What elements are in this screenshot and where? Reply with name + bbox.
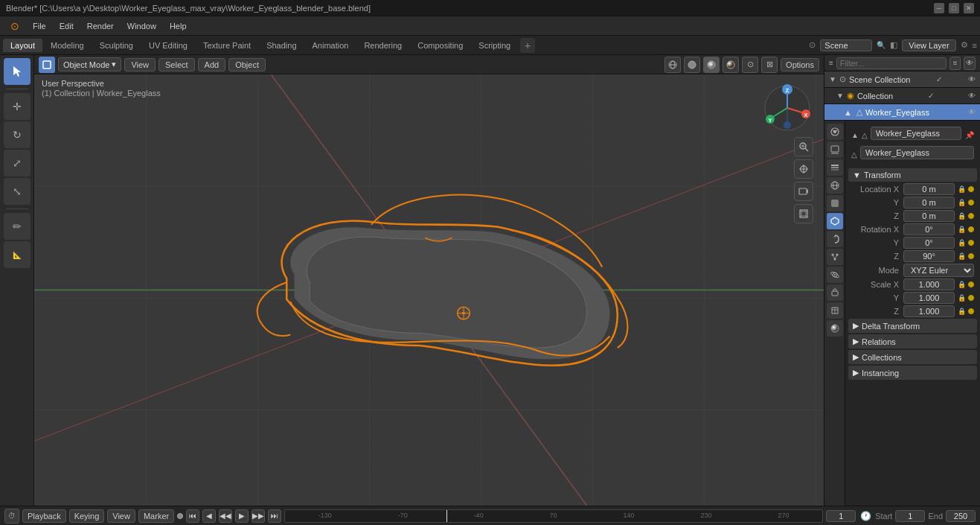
xray-toggle-button[interactable]: ⊠ bbox=[761, 57, 778, 73]
menu-blender[interactable]: ⊙ bbox=[4, 19, 25, 34]
timeline-track[interactable]: -130 -70 -40 70 140 230 270 bbox=[284, 509, 823, 523]
menu-window[interactable]: Window bbox=[121, 20, 162, 32]
collection-row[interactable]: ▼ ◉ Collection ✓ 👁 bbox=[824, 88, 980, 104]
filter-icon[interactable]: ≡ bbox=[973, 41, 977, 50]
rotation-y-keyframe-dot[interactable] bbox=[968, 240, 974, 246]
solid-shading-button[interactable] bbox=[684, 57, 700, 73]
delta-transform-header[interactable]: ▶ Delta Transform bbox=[848, 319, 977, 333]
rotation-mode-dropdown[interactable]: XYZ Euler XZY Euler YXZ Euler Quaternion… bbox=[903, 264, 974, 277]
tab-uv-editing[interactable]: UV Editing bbox=[141, 39, 195, 52]
location-y-lock-icon[interactable]: 🔒 bbox=[956, 197, 967, 208]
location-z-value[interactable]: 0 m bbox=[903, 210, 955, 222]
rotation-x-lock-icon[interactable]: 🔒 bbox=[956, 224, 967, 235]
move-tool-button[interactable]: ✛ bbox=[4, 93, 31, 120]
world-props-tab[interactable] bbox=[827, 195, 843, 211]
physics-props-tab[interactable] bbox=[827, 267, 843, 283]
location-y-keyframe-dot[interactable] bbox=[968, 200, 974, 206]
transform-tool-button[interactable]: ⤡ bbox=[4, 178, 31, 205]
toggle-perspective-button[interactable] bbox=[794, 204, 813, 223]
annotate-tool-button[interactable]: ✏ bbox=[4, 213, 31, 240]
worker-eyeglass-row[interactable]: ▲ △ Worker_Eyeglass 👁 bbox=[824, 104, 980, 121]
viewport-gizmo[interactable]: Z X Y bbox=[761, 82, 813, 134]
select-tool-button[interactable] bbox=[4, 58, 31, 85]
location-z-lock-icon[interactable]: 🔒 bbox=[956, 211, 967, 221]
tab-modeling[interactable]: Modeling bbox=[43, 39, 92, 52]
location-x-lock-icon[interactable]: 🔒 bbox=[956, 184, 967, 194]
object-props-tab[interactable] bbox=[827, 213, 843, 229]
tab-shading[interactable]: Shading bbox=[259, 39, 304, 52]
scale-x-keyframe-dot[interactable] bbox=[968, 281, 974, 287]
scene-collection-vis-button[interactable]: ✓ bbox=[936, 75, 942, 83]
view-menu-button[interactable]: View bbox=[124, 58, 156, 71]
instancing-header[interactable]: ▶ Instancing bbox=[848, 366, 977, 380]
camera-view-button[interactable] bbox=[794, 182, 813, 201]
step-back-button[interactable]: ◀ bbox=[202, 509, 216, 523]
tab-sculpting[interactable]: Sculpting bbox=[92, 39, 141, 52]
add-workspace-button[interactable]: + bbox=[520, 38, 535, 53]
view-layer-settings-icon[interactable]: ⚙ bbox=[961, 40, 968, 50]
location-x-keyframe-dot[interactable] bbox=[968, 186, 974, 192]
rotation-z-value[interactable]: 90° bbox=[903, 250, 955, 262]
record-button[interactable] bbox=[177, 513, 183, 519]
scene-props-tab[interactable] bbox=[827, 177, 843, 194]
scale-z-value[interactable]: 1.000 bbox=[903, 305, 955, 317]
tab-animation[interactable]: Animation bbox=[305, 39, 356, 52]
minimize-button[interactable]: ─ bbox=[934, 3, 944, 13]
play-reverse-button[interactable]: ◀◀ bbox=[219, 509, 232, 523]
step-forward-button[interactable]: ▶▶ bbox=[252, 509, 265, 523]
scale-y-lock-icon[interactable]: 🔒 bbox=[956, 293, 967, 303]
scale-z-keyframe-dot[interactable] bbox=[968, 308, 974, 314]
3d-viewport[interactable]: Object Mode ▾ View Select Add Object bbox=[34, 55, 824, 506]
scale-x-lock-icon[interactable]: 🔒 bbox=[956, 279, 967, 290]
outliner-filter-button[interactable]: ≡ bbox=[949, 57, 961, 70]
view-layer-button[interactable]: View Layer bbox=[902, 39, 955, 51]
location-x-value[interactable]: 0 m bbox=[903, 183, 955, 195]
end-frame-input[interactable] bbox=[946, 510, 976, 522]
maximize-button[interactable]: □ bbox=[949, 3, 959, 13]
object-eye-button[interactable]: 👁 bbox=[968, 108, 976, 116]
close-button[interactable]: ✕ bbox=[964, 3, 974, 13]
start-frame-input[interactable] bbox=[895, 510, 925, 522]
pin-button[interactable]: 📌 bbox=[964, 128, 974, 141]
playback-menu-button[interactable]: Playback bbox=[22, 509, 66, 523]
pan-button[interactable] bbox=[794, 159, 813, 179]
search-icon[interactable]: 🔍 bbox=[877, 41, 885, 49]
scale-y-keyframe-dot[interactable] bbox=[968, 295, 974, 301]
collections-header[interactable]: ▶ Collections bbox=[848, 350, 977, 364]
rotation-y-lock-icon[interactable]: 🔒 bbox=[956, 238, 967, 248]
keying-menu-button[interactable]: Keying bbox=[69, 509, 105, 523]
jump-to-start-button[interactable]: ⏮ bbox=[186, 509, 199, 523]
view-layer-props-tab[interactable] bbox=[827, 159, 843, 176]
rotation-z-lock-icon[interactable]: 🔒 bbox=[956, 251, 967, 261]
view-menu-timeline-button[interactable]: View bbox=[107, 509, 135, 523]
play-button[interactable]: ▶ bbox=[235, 509, 249, 523]
rotation-z-keyframe-dot[interactable] bbox=[968, 253, 974, 259]
menu-help[interactable]: Help bbox=[164, 20, 193, 32]
current-frame-input[interactable] bbox=[826, 510, 856, 522]
menu-edit[interactable]: Edit bbox=[54, 20, 80, 32]
wireframe-shading-button[interactable] bbox=[664, 57, 681, 73]
rotation-x-keyframe-dot[interactable] bbox=[968, 226, 974, 232]
material-props-tab[interactable] bbox=[827, 320, 843, 337]
scene-collection-row[interactable]: ▼ ⊙ Scene Collection ✓ 👁 bbox=[824, 71, 980, 88]
particles-props-tab[interactable] bbox=[827, 249, 843, 265]
menu-file[interactable]: File bbox=[27, 20, 52, 32]
timeline-type-icon[interactable]: ⏱ bbox=[4, 509, 19, 524]
outliner-eye-button[interactable]: 👁 bbox=[964, 57, 976, 70]
rendered-shading-button[interactable] bbox=[723, 57, 739, 73]
tab-layout[interactable]: Layout bbox=[3, 39, 42, 52]
jump-to-end-button[interactable]: ⏭ bbox=[268, 509, 281, 523]
location-z-keyframe-dot[interactable] bbox=[968, 213, 974, 219]
scene-collection-eye-button[interactable]: 👁 bbox=[968, 75, 976, 83]
location-y-value[interactable]: 0 m bbox=[903, 197, 955, 209]
rotate-tool-button[interactable]: ↻ bbox=[4, 121, 31, 148]
constraints-props-tab[interactable] bbox=[827, 284, 843, 301]
scale-z-lock-icon[interactable]: 🔒 bbox=[956, 306, 967, 316]
rotation-x-value[interactable]: 0° bbox=[903, 223, 955, 235]
data-name-input[interactable] bbox=[860, 146, 974, 159]
scale-x-value[interactable]: 1.000 bbox=[903, 279, 955, 290]
tab-texture-paint[interactable]: Texture Paint bbox=[196, 39, 258, 52]
object-mode-dropdown[interactable]: Object Mode ▾ bbox=[58, 57, 121, 71]
scale-y-value[interactable]: 1.000 bbox=[903, 292, 955, 304]
select-menu-button[interactable]: Select bbox=[158, 58, 195, 71]
